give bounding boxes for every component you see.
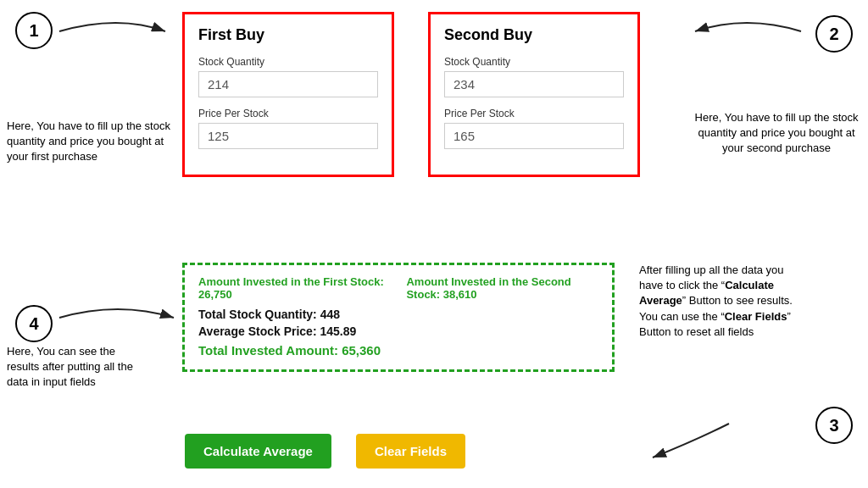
total-qty-label: Total Stock Quantity: 448	[198, 308, 598, 321]
total-invested-label: Total Invested Amount: 65,360	[198, 343, 598, 358]
first-buy-price-label: Price Per Stock	[198, 108, 378, 119]
second-buy-price-label: Price Per Stock	[444, 108, 624, 119]
calculate-average-button[interactable]: Calculate Average	[185, 434, 331, 469]
arrow-2-to-card	[644, 10, 814, 53]
first-buy-qty-input[interactable]	[198, 71, 378, 97]
first-buy-card: First Buy Stock Quantity Price Per Stock	[182, 12, 394, 177]
arrow-3-to-buttons	[627, 415, 754, 466]
results-box: Amount Invested in the First Stock: 26,7…	[182, 263, 615, 372]
circle-2: 2	[815, 15, 853, 53]
first-buy-price-input[interactable]	[198, 123, 378, 149]
circle-1: 1	[15, 12, 53, 49]
circle-3: 3	[815, 407, 853, 444]
clear-fields-button[interactable]: Clear Fields	[356, 434, 465, 469]
annotation-2: Here, You have to fill up the stock quan…	[692, 110, 861, 157]
first-buy-title: First Buy	[198, 26, 378, 44]
annotation-3: After filling up all the data you have t…	[639, 263, 809, 340]
arrow-4-to-results	[51, 297, 186, 339]
arrow-1-to-card	[51, 10, 178, 53]
second-buy-title: Second Buy	[444, 26, 624, 44]
second-buy-qty-label: Stock Quantity	[444, 56, 624, 68]
second-buy-price-input[interactable]	[444, 123, 624, 149]
first-buy-qty-label: Stock Quantity	[198, 56, 378, 68]
avg-price-label: Average Stock Price: 145.89	[198, 324, 598, 338]
second-buy-qty-input[interactable]	[444, 71, 624, 97]
second-invested-label: Amount Invested in the Second Stock: 38,…	[406, 275, 598, 301]
annotation-4: Here, You can see the results after putt…	[7, 344, 142, 391]
second-buy-card: Second Buy Stock Quantity Price Per Stoc…	[428, 12, 640, 177]
circle-4: 4	[15, 305, 53, 342]
annotation-1: Here, You have to fill up the stock quan…	[7, 119, 176, 165]
first-invested-label: Amount Invested in the First Stock: 26,7…	[198, 275, 391, 301]
